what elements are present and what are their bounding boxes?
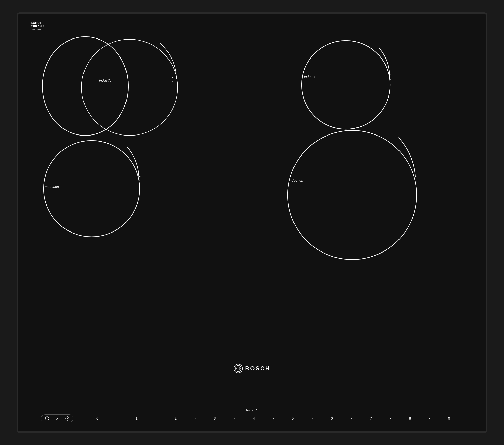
bosch-symbol — [235, 365, 242, 372]
lock-icon — [55, 416, 60, 421]
svg-text:⌃: ⌃ — [415, 176, 418, 180]
lock-button[interactable] — [55, 416, 60, 421]
boost-line-top — [244, 408, 260, 408]
num-1[interactable]: 1 — [122, 416, 150, 420]
burner-bottom-left-label: induction — [45, 185, 59, 189]
burner-top-left-label: induction — [99, 79, 114, 82]
control-panel: boost ⌃ — [18, 408, 486, 422]
burner-bottom-left[interactable]: ⌃ ⌃ induction — [40, 136, 136, 237]
schott-ceran-logo: SCHOTT CERAN® B000782840 — [31, 21, 44, 31]
num-2[interactable]: 2 — [162, 416, 190, 420]
ctrl-divider-2 — [62, 416, 62, 420]
schott-line: SCHOTT — [31, 21, 44, 25]
svg-point-10 — [288, 130, 417, 260]
number-controls: 0 • 1 • 2 • 3 • 4 • 5 • 6 • 7 • 8 • 9 — [83, 416, 463, 420]
controls-row: 0 • 1 • 2 • 3 • 4 • 5 • 6 • 7 • 8 • 9 — [18, 414, 486, 422]
burner-bottom-right-label: induction — [289, 179, 303, 182]
num-8[interactable]: 8 — [396, 416, 424, 420]
burner-bottom-right-svg: ⌃ ⌃ — [284, 125, 428, 270]
boost-label-area: boost ⌃ — [244, 408, 260, 412]
dot-7: • — [346, 417, 357, 420]
power-button[interactable] — [45, 416, 49, 421]
timer-icon — [65, 416, 70, 421]
svg-text:⌃: ⌃ — [415, 180, 418, 184]
burner-top-left-svg: ⌃ ⌃ — [38, 30, 185, 137]
num-7[interactable]: 7 — [357, 416, 385, 420]
dot-6: • — [307, 417, 318, 420]
burner-bottom-right[interactable]: ⌃ ⌃ induction — [284, 125, 418, 260]
svg-point-4 — [302, 41, 390, 129]
burner-bottom-left-svg: ⌃ ⌃ — [40, 136, 146, 244]
dot-4: • — [229, 417, 240, 420]
ctrl-divider-1 — [52, 416, 52, 420]
svg-text:⌃: ⌃ — [138, 175, 141, 179]
svg-text:⌃: ⌃ — [138, 180, 141, 184]
dot-9: • — [424, 417, 435, 420]
timer-button[interactable] — [65, 416, 70, 421]
boost-label: boost — [246, 409, 255, 412]
burner-top-right-svg: ⌃ ⌃ — [299, 38, 400, 139]
svg-text:⌃: ⌃ — [389, 78, 392, 82]
dot-2: • — [151, 417, 162, 420]
cooktop-surface: SCHOTT CERAN® B000782840 ⌃ ⌃ induction ⌃… — [17, 12, 487, 433]
left-controls-group — [41, 414, 73, 422]
num-6[interactable]: 6 — [318, 416, 346, 420]
svg-text:⌃: ⌃ — [171, 80, 174, 84]
bosch-circle-icon — [234, 364, 243, 373]
dot-3: • — [190, 417, 201, 420]
svg-text:⌃: ⌃ — [389, 74, 392, 78]
burner-top-left[interactable]: ⌃ ⌃ induction — [38, 30, 185, 137]
burner-top-right[interactable]: ⌃ ⌃ induction — [299, 38, 390, 129]
num-3[interactable]: 3 — [201, 416, 228, 420]
dot-5: • — [268, 417, 279, 420]
svg-point-7 — [44, 141, 140, 237]
boost-arrow-icon: ⌃ — [255, 409, 258, 412]
svg-point-1 — [81, 39, 178, 136]
power-icon — [45, 416, 49, 421]
num-9[interactable]: 9 — [435, 416, 463, 420]
bosch-brand-text: BOSCH — [245, 365, 270, 372]
ceran-line: CERAN® — [31, 25, 44, 28]
num-4[interactable]: 4 — [240, 416, 268, 420]
svg-point-14 — [237, 367, 240, 370]
svg-text:⌃: ⌃ — [171, 76, 174, 81]
dot-1: • — [111, 417, 122, 420]
num-0[interactable]: 0 — [83, 416, 111, 420]
burner-top-right-label: induction — [304, 75, 319, 79]
dot-8: • — [385, 417, 396, 420]
num-5[interactable]: 5 — [279, 416, 307, 420]
bosch-logo: BOSCH — [234, 364, 270, 373]
svg-point-21 — [57, 419, 58, 419]
boost-text-container: boost ⌃ — [246, 409, 258, 412]
svg-point-0 — [42, 37, 128, 136]
